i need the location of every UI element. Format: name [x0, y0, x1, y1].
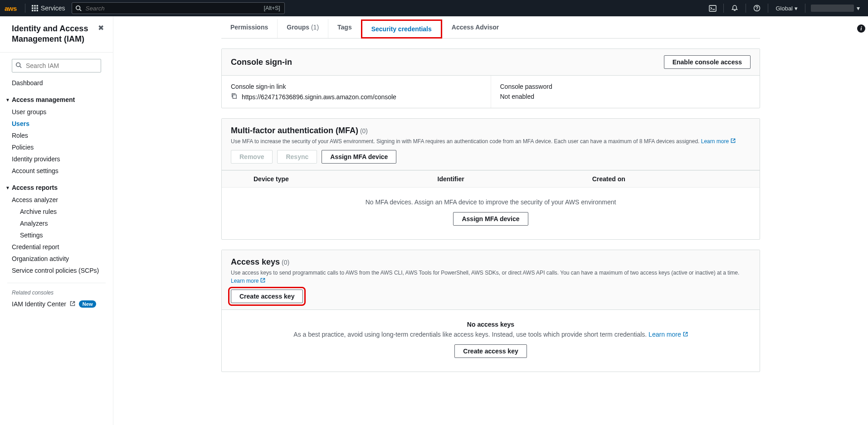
info-icon: i	[860, 25, 862, 32]
mfa-col-checkbox	[222, 171, 244, 188]
copy-button[interactable]	[231, 93, 237, 101]
external-link-icon	[731, 137, 736, 145]
svg-rect-0	[32, 5, 34, 7]
related-consoles-label: Related consoles	[0, 290, 113, 296]
account-menu[interactable]: ▾	[807, 5, 863, 12]
nav-organization-activity[interactable]: Organization activity	[0, 253, 113, 265]
nav-roles[interactable]: Roles	[0, 130, 113, 141]
svg-rect-1	[34, 5, 36, 7]
enable-console-access-button[interactable]: Enable console access	[664, 55, 751, 69]
nav-identity-providers[interactable]: Identity providers	[0, 153, 113, 165]
svg-rect-8	[36, 10, 38, 12]
nav-credential-report[interactable]: Credential report	[0, 241, 113, 253]
access-keys-empty-create-button[interactable]: Create access key	[454, 344, 527, 358]
new-badge: New	[79, 300, 97, 308]
nav-dashboard[interactable]: Dashboard	[0, 77, 113, 89]
nav-iam-identity-center[interactable]: IAM Identity Center	[12, 300, 66, 308]
mfa-assign-button[interactable]: Assign MFA device	[322, 150, 396, 164]
access-keys-count: (0)	[282, 259, 289, 266]
console-signin-panel: Console sign-in Enable console access Co…	[221, 48, 760, 108]
notifications-button[interactable]	[726, 0, 744, 16]
search-wrap: [Alt+S]	[72, 2, 285, 14]
console-signin-title: Console sign-in	[231, 58, 292, 67]
copy-icon	[231, 93, 237, 101]
search-icon	[15, 62, 22, 70]
region-selector[interactable]: Global ▾	[770, 0, 803, 16]
access-keys-empty-state: No access keys As a best practice, avoid…	[222, 310, 760, 372]
nav-settings[interactable]: Settings	[0, 229, 113, 241]
table-header-row: Device type Identifier Created on	[222, 171, 760, 188]
external-link-icon	[683, 331, 688, 338]
tab-security-credentials[interactable]: Security credentials	[361, 19, 442, 39]
divider	[805, 4, 805, 13]
tab-access-advisor[interactable]: Access Advisor	[442, 19, 508, 38]
nav-analyzers[interactable]: Analyzers	[0, 217, 113, 229]
nav-archive-rules[interactable]: Archive rules	[0, 206, 113, 217]
sidebar-search-input[interactable]	[12, 59, 101, 72]
tab-groups-label: Groups	[287, 24, 309, 31]
external-link-icon	[260, 277, 265, 285]
access-keys-panel: Access keys (0) Use access keys to send …	[221, 250, 760, 372]
cloudshell-icon	[709, 5, 717, 12]
mfa-title: Multi-factor authentication (MFA)	[231, 126, 358, 135]
mfa-table: Device type Identifier Created on	[222, 170, 760, 188]
external-link-icon	[70, 300, 75, 308]
tab-permissions[interactable]: Permissions	[221, 19, 277, 38]
topnav-right: Global ▾ ▾	[703, 0, 863, 16]
bell-icon	[731, 5, 738, 12]
svg-rect-3	[32, 7, 34, 9]
cloudshell-button[interactable]	[703, 0, 722, 16]
access-keys-learn-more-link[interactable]: Learn more	[231, 277, 265, 285]
main-content: i Permissions Groups (1) Tags Security c…	[113, 16, 868, 425]
nav-user-groups[interactable]: User groups	[0, 106, 113, 118]
access-keys-empty-learn-more-link[interactable]: Learn more	[649, 331, 688, 338]
mfa-resync-button[interactable]: Resync	[277, 150, 317, 164]
mfa-empty-message: No MFA devices. Assign an MFA device to …	[231, 198, 751, 206]
access-keys-title: Access keys	[231, 257, 280, 266]
nav-section-access-management[interactable]: ▼ Access management	[0, 93, 113, 106]
help-icon	[753, 5, 761, 12]
svg-rect-4	[34, 7, 36, 9]
services-menu[interactable]: Services	[32, 5, 65, 12]
close-icon: ✖	[98, 24, 104, 32]
sidebar-close-button[interactable]: ✖	[98, 24, 104, 32]
services-label: Services	[41, 5, 65, 12]
divider	[7, 283, 106, 283]
nav-account-settings[interactable]: Account settings	[0, 165, 113, 177]
mfa-description: Use MFA to increase the security of your…	[231, 138, 699, 145]
svg-rect-5	[36, 7, 38, 9]
access-keys-description: Use access keys to send programmatic cal…	[231, 270, 739, 276]
mfa-col-created-on[interactable]: Created on	[583, 171, 760, 188]
access-keys-empty-desc: As a best practice, avoid using long-ter…	[293, 331, 647, 338]
svg-rect-11	[709, 5, 716, 11]
divider	[723, 4, 724, 13]
tab-groups-count: (1)	[311, 24, 319, 31]
create-access-key-button[interactable]: Create access key	[231, 290, 303, 303]
help-button[interactable]	[748, 0, 766, 16]
user-detail-tabs: Permissions Groups (1) Tags Security cre…	[221, 19, 760, 39]
grid-icon	[32, 5, 38, 11]
nav-policies[interactable]: Policies	[0, 141, 113, 153]
mfa-col-identifier[interactable]: Identifier	[429, 171, 583, 188]
mfa-col-device-type[interactable]: Device type	[244, 171, 429, 188]
mfa-remove-button[interactable]: Remove	[231, 150, 273, 164]
sidebar-title: Identity and Access Management (IAM)	[12, 24, 98, 44]
aws-logo[interactable]: aws	[5, 5, 17, 12]
nav-section-access-reports[interactable]: ▼ Access reports	[0, 181, 113, 194]
mfa-learn-more-link[interactable]: Learn more	[701, 137, 736, 145]
nav-users[interactable]: Users	[0, 118, 113, 130]
svg-point-9	[76, 6, 80, 10]
info-panel-toggle[interactable]: i	[857, 24, 865, 33]
nav-scps[interactable]: Service control policies (SCPs)	[0, 265, 113, 276]
mfa-count: (0)	[360, 127, 368, 135]
svg-rect-6	[32, 10, 34, 12]
divider	[768, 4, 768, 13]
mfa-empty-assign-button[interactable]: Assign MFA device	[453, 212, 528, 226]
account-name-redacted	[811, 5, 854, 12]
nav-access-analyzer[interactable]: Access analyzer	[0, 194, 113, 206]
search-shortcut: [Alt+S]	[264, 5, 280, 11]
caret-down-icon: ▾	[857, 5, 860, 12]
global-search-input[interactable]	[72, 2, 285, 14]
tab-groups[interactable]: Groups (1)	[277, 19, 328, 38]
tab-tags[interactable]: Tags	[328, 19, 361, 38]
